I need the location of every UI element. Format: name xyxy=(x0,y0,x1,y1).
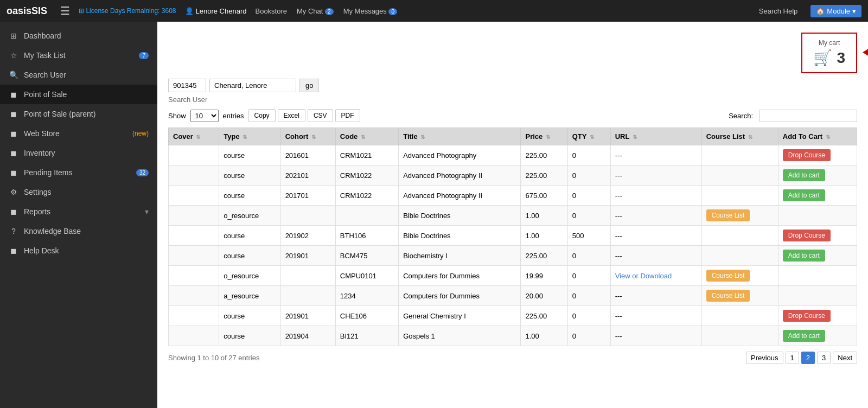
cell-price: 1.00 xyxy=(521,206,567,226)
my-chat-link[interactable]: My Chat 2 xyxy=(297,7,334,15)
cell-price: 225.00 xyxy=(521,246,567,266)
cart-icon: 🛒 xyxy=(813,49,832,67)
cell-course-list[interactable]: Course List xyxy=(701,266,778,286)
svg-marker-0 xyxy=(863,39,868,66)
sidebar-item-search-user[interactable]: 🔍 Search User xyxy=(0,65,157,85)
excel-button[interactable]: Excel xyxy=(278,109,305,122)
student-id-input[interactable] xyxy=(168,79,206,92)
col-cover[interactable]: Cover ⇅ xyxy=(169,128,219,145)
search-input[interactable] xyxy=(760,110,857,122)
page-1-button[interactable]: 1 xyxy=(786,352,799,364)
cell-code: 1234 xyxy=(335,286,398,306)
sidebar-item-dashboard[interactable]: ⊞ Dashboard xyxy=(0,26,157,46)
page-2-button[interactable]: 2 xyxy=(801,352,815,364)
add-to-cart-button[interactable]: Add to cart xyxy=(783,330,825,342)
col-type[interactable]: Type ⇅ xyxy=(219,128,280,145)
my-messages-link[interactable]: My Messages 0 xyxy=(343,7,397,15)
cell-type: course xyxy=(219,186,280,206)
sidebar-item-help-desk[interactable]: ◼ Help Desk xyxy=(0,241,157,260)
cell-course-list[interactable]: Course List xyxy=(701,286,778,306)
cell-course-list xyxy=(701,165,778,186)
col-course-list[interactable]: Course List ⇅ xyxy=(701,128,778,145)
cell-type: a_resource xyxy=(219,286,280,306)
copy-button[interactable]: Copy xyxy=(248,109,276,122)
cell-course-list xyxy=(701,306,778,326)
cell-action: Add to cart xyxy=(778,246,857,266)
sidebar-item-label: Settings xyxy=(24,188,149,196)
drop-course-button[interactable]: Drop Course xyxy=(783,149,831,161)
csv-button[interactable]: CSV xyxy=(308,109,333,122)
sidebar-item-pending-items[interactable]: ◼ Pending Items 32 xyxy=(0,163,157,182)
col-code[interactable]: Code ⇅ xyxy=(335,128,398,145)
drop-course-button[interactable]: Drop Course xyxy=(783,310,831,322)
sidebar-item-reports[interactable]: ◼ Reports ▾ xyxy=(0,202,157,221)
col-title[interactable]: Title ⇅ xyxy=(399,128,521,145)
settings-icon: ⚙ xyxy=(9,188,18,196)
bookstore-link[interactable]: Bookstore xyxy=(255,7,287,15)
task-badge: 7 xyxy=(139,52,149,59)
col-price[interactable]: Price ⇅ xyxy=(521,128,567,145)
cell-qty: 500 xyxy=(567,226,610,246)
sidebar-item-web-store[interactable]: ◼ Web Store (new) xyxy=(0,124,157,143)
module-button[interactable]: 🏠 Module ▾ xyxy=(810,5,861,17)
table-row: course201701CRM1022Advanced Photography … xyxy=(169,186,857,206)
add-to-cart-button[interactable]: Add to cart xyxy=(783,169,825,181)
search-help-link[interactable]: Search Help xyxy=(759,7,798,15)
sidebar-item-knowledge-base[interactable]: ? Knowledge Base xyxy=(0,221,157,241)
cell-url: --- xyxy=(610,246,701,266)
pdf-button[interactable]: PDF xyxy=(335,109,360,122)
dashboard-icon: ⊞ xyxy=(9,31,18,40)
export-buttons: Copy Excel CSV PDF xyxy=(248,109,360,122)
sidebar-item-label: Point of Sale (parent) xyxy=(24,110,149,118)
col-qty[interactable]: QTY ⇅ xyxy=(567,128,610,145)
cell-cohort xyxy=(280,206,335,226)
course-list-button[interactable]: Course List xyxy=(706,290,750,302)
col-add-to-cart[interactable]: Add To Cart ⇅ xyxy=(778,128,857,145)
add-to-cart-button[interactable]: Add to cart xyxy=(783,250,825,262)
course-list-button[interactable]: Course List xyxy=(706,270,750,282)
cell-course-list[interactable]: Course List xyxy=(701,206,778,226)
license-info: ⊞ License Days Remaining: 3608 xyxy=(79,7,176,15)
sidebar-item-point-of-sale[interactable]: ◼ Point of Sale xyxy=(0,85,157,104)
cell-url: --- xyxy=(610,145,701,165)
cell-action: Drop Course xyxy=(778,145,857,165)
drop-course-button[interactable]: Drop Course xyxy=(783,229,831,241)
chevron-down-icon: ▾ xyxy=(145,207,149,216)
view-download-link[interactable]: View or Download xyxy=(615,272,672,280)
cell-type: o_resource xyxy=(219,206,280,226)
cell-url: --- xyxy=(610,226,701,246)
cell-url: --- xyxy=(610,306,701,326)
cell-action: Drop Course xyxy=(778,306,857,326)
page-3-button[interactable]: 3 xyxy=(817,352,831,364)
student-name-input[interactable] xyxy=(209,79,296,92)
cell-code xyxy=(335,206,398,226)
course-list-button[interactable]: Course List xyxy=(706,209,750,221)
cell-cohort: 201901 xyxy=(280,246,335,266)
cell-url: --- xyxy=(610,206,701,226)
cell-cover xyxy=(169,246,219,266)
sidebar-item-my-task-list[interactable]: ☆ My Task List 7 xyxy=(0,46,157,65)
cart-label: My cart xyxy=(813,39,845,47)
sidebar-item-settings[interactable]: ⚙ Settings xyxy=(0,182,157,202)
cell-type: course xyxy=(219,165,280,186)
go-button[interactable]: go xyxy=(299,79,319,92)
cell-cover xyxy=(169,165,219,186)
cell-url[interactable]: View or Download xyxy=(610,266,701,286)
table-row: course201901CHE106General Chemistry I225… xyxy=(169,306,857,326)
cell-type: course xyxy=(219,145,280,165)
col-cohort[interactable]: Cohort ⇅ xyxy=(280,128,335,145)
course-table: Cover ⇅ Type ⇅ Cohort ⇅ Code ⇅ Title ⇅ P… xyxy=(168,127,857,346)
hamburger-icon[interactable]: ☰ xyxy=(60,4,70,17)
show-entries-select[interactable]: 10 25 50 100 xyxy=(190,110,219,122)
next-page-button[interactable]: Next xyxy=(833,352,857,364)
cell-type: course xyxy=(219,246,280,266)
cell-price: 225.00 xyxy=(521,306,567,326)
cell-cover xyxy=(169,306,219,326)
add-to-cart-button[interactable]: Add to cart xyxy=(783,189,825,201)
cart-widget[interactable]: My cart 🛒 3 xyxy=(801,33,857,73)
cell-course-list xyxy=(701,326,778,346)
col-url[interactable]: URL ⇅ xyxy=(610,128,701,145)
prev-page-button[interactable]: Previous xyxy=(746,352,783,364)
sidebar-item-inventory[interactable]: ◼ Inventory xyxy=(0,143,157,163)
sidebar-item-point-of-sale-parent[interactable]: ◼ Point of Sale (parent) xyxy=(0,104,157,124)
